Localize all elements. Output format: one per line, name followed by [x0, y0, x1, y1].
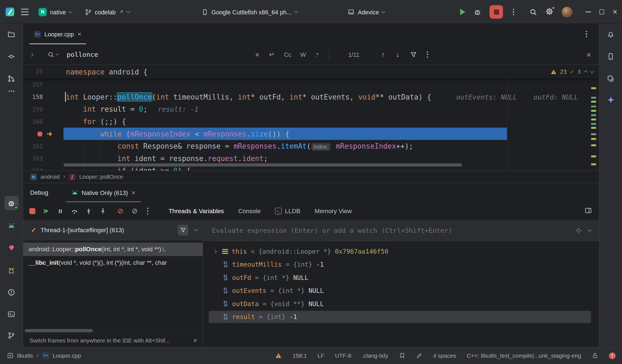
code-line[interactable]: 157	[23, 79, 599, 91]
logcat-tool-button[interactable]	[4, 263, 18, 278]
run-button[interactable]	[460, 9, 466, 15]
line-number[interactable]: 160	[23, 118, 43, 125]
variable-row[interactable]: timeoutMillis = {int} -1	[203, 258, 599, 271]
main-menu-icon[interactable]	[21, 9, 28, 15]
line-ending[interactable]: LF	[318, 352, 324, 359]
evaluate-input[interactable]: Evaluate expression (Enter) or add a wat…	[212, 227, 569, 234]
variable-row[interactable]: outData = {void **} NULL	[203, 297, 599, 310]
step-out-button[interactable]	[100, 208, 106, 214]
hide-frames-filter-button[interactable]	[178, 225, 188, 235]
close-session-icon[interactable]: ×	[131, 189, 135, 196]
debug-button[interactable]	[474, 8, 481, 15]
stripe-mark[interactable]	[591, 127, 596, 129]
search-everywhere-button[interactable]	[530, 8, 537, 15]
stack-frame[interactable]: android::Looper::pollOnce(int, int *, in…	[23, 243, 203, 256]
next-match-button[interactable]: ↓	[396, 50, 399, 58]
unlock-icon[interactable]	[592, 352, 598, 359]
variable-row[interactable]: result = {int} -1	[203, 311, 599, 323]
settings-button[interactable]	[546, 7, 554, 17]
gemini-tool-button[interactable]	[604, 93, 618, 107]
line-number[interactable]: 157	[23, 81, 43, 88]
file-encoding[interactable]: UTF-8	[335, 352, 351, 359]
regex-toggle[interactable]: .*	[315, 51, 318, 58]
user-avatar[interactable]	[562, 7, 573, 17]
highlighting-level-icon[interactable]	[416, 352, 422, 359]
stop-button[interactable]	[490, 5, 503, 19]
inspections-widget[interactable]: 23 ✓ 3	[551, 65, 594, 79]
previous-match-button[interactable]: ↑	[381, 50, 384, 58]
stripe-mark[interactable]	[591, 133, 596, 135]
search-options-button[interactable]	[425, 50, 430, 59]
stack-frame[interactable]: __libc_init(void *, void (*)(), int (*)(…	[23, 256, 203, 270]
stripe-mark[interactable]	[591, 87, 596, 89]
line-number[interactable]: 163	[23, 155, 43, 162]
debug-more-button[interactable]	[146, 206, 150, 216]
frames-scrollbar[interactable]	[25, 329, 93, 332]
debug-session-tab[interactable]: Native Only (613) ×	[66, 183, 141, 202]
maximize-button[interactable]	[600, 10, 604, 14]
status-module[interactable]: libutils	[17, 352, 33, 359]
close-window-button[interactable]: ×	[613, 8, 617, 16]
breadcrumb-namespace[interactable]: android	[41, 174, 60, 180]
stripe-mark[interactable]	[591, 119, 596, 120]
resume-button[interactable]	[43, 208, 49, 214]
view-breakpoints-button[interactable]	[117, 208, 124, 214]
layout-settings-button[interactable]	[585, 207, 592, 215]
breadcrumb-function[interactable]: Looper::pollOnce	[79, 174, 123, 180]
terminal-tool-button[interactable]	[4, 307, 18, 321]
variable-row[interactable]: this = {android::Looper *} 0x7967aa146f5…	[203, 245, 599, 258]
problems-tool-button[interactable]	[4, 285, 18, 299]
code-line[interactable]: 158int Looper::pollOnce(int timeoutMilli…	[23, 91, 599, 103]
stripe-mark[interactable]	[591, 123, 596, 125]
vcs-widget[interactable]: codelab	[82, 6, 133, 18]
code-line[interactable]: while (mResponseIndex < mResponses.size(…	[23, 128, 599, 140]
tab-looper-cpp[interactable]: Looper.cpp ×	[29, 24, 86, 44]
line-number[interactable]: 164	[23, 167, 43, 170]
error-notification-icon[interactable]	[609, 352, 616, 359]
stripe-mark[interactable]	[591, 163, 596, 165]
tab-options-button[interactable]	[584, 29, 589, 39]
code-line[interactable]: 159 int result = 0;result: -1	[23, 103, 599, 116]
step-over-button[interactable]	[71, 208, 78, 214]
words-toggle[interactable]: W	[300, 51, 306, 58]
status-file[interactable]: Looper.cpp	[53, 352, 81, 359]
filter-search-button[interactable]	[410, 51, 417, 58]
chevron-down-icon[interactable]	[194, 227, 198, 231]
running-devices-tool-button[interactable]	[604, 49, 618, 63]
tab-threads-variables[interactable]: Threads & Variables	[169, 208, 224, 215]
search-input[interactable]: pollonce	[67, 51, 98, 58]
project-widget[interactable]: N native	[35, 5, 75, 18]
newline-toggle[interactable]: ↵	[269, 50, 275, 59]
line-number[interactable]: 158	[23, 93, 43, 101]
build-configuration[interactable]: C++: libutils_test_compile|...unk_stagin…	[467, 352, 581, 359]
stripe-mark[interactable]	[591, 105, 596, 107]
variable-row[interactable]: outEvents = {int *} NULL	[203, 284, 599, 297]
pause-button[interactable]	[57, 208, 63, 214]
tab-console[interactable]: Console	[238, 208, 261, 215]
expand-replace-icon[interactable]	[30, 53, 33, 56]
device-manager-tool-button[interactable]	[4, 219, 18, 233]
code-line[interactable]: 163 int ident = response.request.ident;	[23, 152, 599, 165]
close-search-icon[interactable]: ×	[586, 50, 591, 59]
evaluate-bar[interactable]: Evaluate expression (Enter) or add a wat…	[203, 220, 599, 241]
stripe-mark[interactable]	[591, 144, 596, 146]
breakpoint-icon[interactable]	[37, 131, 42, 136]
device-explorer-tool-button[interactable]	[604, 71, 618, 86]
stripe-mark[interactable]	[591, 101, 596, 102]
project-tool-button[interactable]	[4, 27, 18, 41]
close-tab-icon[interactable]: ×	[78, 31, 81, 37]
match-case-toggle[interactable]: Cc	[284, 51, 291, 58]
notifications-tool-button[interactable]	[604, 27, 618, 41]
pull-requests-tool-button[interactable]	[4, 71, 18, 86]
horizontal-scrollbar[interactable]	[63, 163, 462, 167]
more-actions-button[interactable]	[511, 7, 516, 17]
code-line[interactable]: 162 const Response& response = mResponse…	[23, 140, 599, 152]
stripe-mark[interactable]	[591, 97, 596, 98]
previous-problem-icon[interactable]	[584, 70, 588, 74]
mute-breakpoints-button[interactable]	[131, 208, 138, 214]
search-icon[interactable]	[48, 51, 59, 58]
stripe-mark[interactable]	[591, 114, 596, 116]
tab-lldb[interactable]: LLDB	[275, 208, 301, 215]
close-hint-icon[interactable]: ×	[193, 337, 197, 344]
clang-tidy-status[interactable]: .clang-tidy	[362, 352, 388, 359]
